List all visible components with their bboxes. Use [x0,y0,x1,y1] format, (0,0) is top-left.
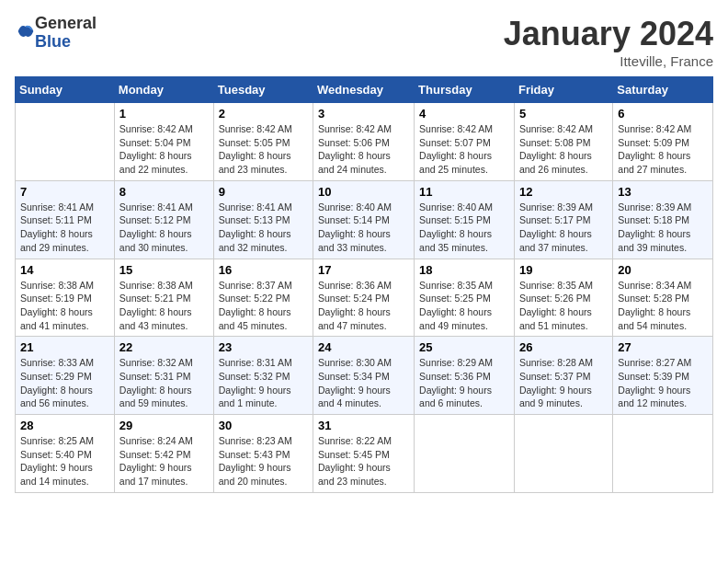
header-friday: Friday [514,77,612,103]
day-number: 8 [119,185,209,199]
day-info: Sunrise: 8:36 AMSunset: 5:24 PMDaylight:… [318,279,409,333]
day-info: Sunrise: 8:40 AMSunset: 5:14 PMDaylight:… [318,201,409,255]
day-cell: 5Sunrise: 8:42 AMSunset: 5:08 PMDaylight… [514,103,612,181]
day-number: 2 [219,107,308,121]
day-cell: 10Sunrise: 8:40 AMSunset: 5:14 PMDayligh… [313,180,415,259]
subtitle: Itteville, France [504,53,713,69]
day-cell: 17Sunrise: 8:36 AMSunset: 5:24 PMDayligh… [313,259,415,337]
day-cell: 1Sunrise: 8:42 AMSunset: 5:04 PMDaylight… [114,103,213,181]
day-cell: 16Sunrise: 8:37 AMSunset: 5:22 PMDayligh… [213,259,313,337]
day-number: 6 [618,107,708,121]
day-info: Sunrise: 8:41 AMSunset: 5:12 PMDaylight:… [119,201,209,255]
day-number: 4 [419,107,509,121]
day-info: Sunrise: 8:41 AMSunset: 5:11 PMDaylight:… [20,201,109,255]
day-cell: 22Sunrise: 8:32 AMSunset: 5:31 PMDayligh… [114,337,213,415]
day-cell: 6Sunrise: 8:42 AMSunset: 5:09 PMDaylight… [613,103,713,181]
day-info: Sunrise: 8:37 AMSunset: 5:22 PMDaylight:… [219,279,308,333]
page-header: General Blue January 2024 Itteville, Fra… [15,15,713,69]
day-info: Sunrise: 8:42 AMSunset: 5:05 PMDaylight:… [219,122,308,177]
day-info: Sunrise: 8:22 AMSunset: 5:45 PMDaylight:… [318,434,409,488]
header-tuesday: Tuesday [213,77,313,103]
day-info: Sunrise: 8:24 AMSunset: 5:42 PMDaylight:… [119,434,209,488]
header-sunday: Sunday [16,77,115,103]
day-number: 5 [519,107,608,121]
day-cell: 11Sunrise: 8:40 AMSunset: 5:15 PMDayligh… [415,180,515,259]
day-cell: 28Sunrise: 8:25 AMSunset: 5:40 PMDayligh… [16,415,115,493]
day-number: 15 [119,263,209,277]
day-cell [415,415,515,493]
day-cell: 19Sunrise: 8:35 AMSunset: 5:26 PMDayligh… [514,259,612,337]
day-info: Sunrise: 8:31 AMSunset: 5:32 PMDaylight:… [219,356,308,410]
logo-blue-text: Blue [35,32,71,51]
day-cell [613,415,713,493]
week-row-4: 28Sunrise: 8:25 AMSunset: 5:40 PMDayligh… [16,415,713,493]
day-number: 24 [318,340,409,354]
header-saturday: Saturday [613,77,713,103]
week-row-0: 1Sunrise: 8:42 AMSunset: 5:04 PMDaylight… [16,103,713,181]
header-thursday: Thursday [415,77,515,103]
day-cell: 24Sunrise: 8:30 AMSunset: 5:34 PMDayligh… [313,337,415,415]
day-number: 27 [618,340,708,354]
day-cell: 12Sunrise: 8:39 AMSunset: 5:17 PMDayligh… [514,180,612,259]
day-info: Sunrise: 8:38 AMSunset: 5:19 PMDaylight:… [20,279,109,333]
day-info: Sunrise: 8:42 AMSunset: 5:07 PMDaylight:… [419,122,509,177]
day-info: Sunrise: 8:42 AMSunset: 5:04 PMDaylight:… [119,122,209,177]
day-info: Sunrise: 8:32 AMSunset: 5:31 PMDaylight:… [119,356,209,410]
day-info: Sunrise: 8:38 AMSunset: 5:21 PMDaylight:… [119,279,209,333]
day-number: 26 [519,340,608,354]
day-cell: 3Sunrise: 8:42 AMSunset: 5:06 PMDaylight… [313,103,415,181]
day-cell: 31Sunrise: 8:22 AMSunset: 5:45 PMDayligh… [313,415,415,493]
day-number: 28 [20,419,109,432]
day-info: Sunrise: 8:42 AMSunset: 5:09 PMDaylight:… [618,122,708,177]
week-row-2: 14Sunrise: 8:38 AMSunset: 5:19 PMDayligh… [16,259,713,337]
day-number: 13 [618,185,708,199]
day-cell: 20Sunrise: 8:34 AMSunset: 5:28 PMDayligh… [613,259,713,337]
day-number: 12 [519,185,608,199]
day-cell: 26Sunrise: 8:28 AMSunset: 5:37 PMDayligh… [514,337,612,415]
day-cell: 25Sunrise: 8:29 AMSunset: 5:36 PMDayligh… [415,337,515,415]
day-info: Sunrise: 8:39 AMSunset: 5:17 PMDaylight:… [519,201,608,255]
day-info: Sunrise: 8:34 AMSunset: 5:28 PMDaylight:… [618,279,708,333]
day-info: Sunrise: 8:42 AMSunset: 5:08 PMDaylight:… [519,122,608,177]
day-number: 25 [419,340,509,354]
day-number: 7 [20,185,109,199]
day-info: Sunrise: 8:23 AMSunset: 5:43 PMDaylight:… [219,434,308,488]
day-cell: 18Sunrise: 8:35 AMSunset: 5:25 PMDayligh… [415,259,515,337]
logo-general-text: General [35,14,97,32]
day-number: 31 [318,419,409,432]
header-row: SundayMondayTuesdayWednesdayThursdayFrid… [16,77,713,103]
day-number: 3 [318,107,409,121]
title-block: January 2024 Itteville, France [504,15,713,69]
day-cell [16,103,115,181]
day-cell: 30Sunrise: 8:23 AMSunset: 5:43 PMDayligh… [213,415,313,493]
day-number: 29 [119,419,209,432]
header-wednesday: Wednesday [313,77,415,103]
day-cell: 23Sunrise: 8:31 AMSunset: 5:32 PMDayligh… [213,337,313,415]
day-cell: 14Sunrise: 8:38 AMSunset: 5:19 PMDayligh… [16,259,115,337]
day-number: 23 [219,340,308,354]
calendar-table: SundayMondayTuesdayWednesdayThursdayFrid… [15,76,713,493]
day-number: 16 [219,263,308,277]
day-cell: 2Sunrise: 8:42 AMSunset: 5:05 PMDaylight… [213,103,313,181]
day-info: Sunrise: 8:33 AMSunset: 5:29 PMDaylight:… [20,356,109,410]
day-cell: 27Sunrise: 8:27 AMSunset: 5:39 PMDayligh… [613,337,713,415]
day-cell: 8Sunrise: 8:41 AMSunset: 5:12 PMDaylight… [114,180,213,259]
day-info: Sunrise: 8:29 AMSunset: 5:36 PMDaylight:… [419,356,509,410]
day-number: 21 [20,340,109,354]
day-cell: 9Sunrise: 8:41 AMSunset: 5:13 PMDaylight… [213,180,313,259]
day-number: 14 [20,263,109,277]
day-info: Sunrise: 8:30 AMSunset: 5:34 PMDaylight:… [318,356,409,410]
day-cell: 15Sunrise: 8:38 AMSunset: 5:21 PMDayligh… [114,259,213,337]
day-info: Sunrise: 8:25 AMSunset: 5:40 PMDaylight:… [20,434,109,488]
day-number: 10 [318,185,409,199]
day-cell [514,415,612,493]
day-info: Sunrise: 8:39 AMSunset: 5:18 PMDaylight:… [618,201,708,255]
week-row-3: 21Sunrise: 8:33 AMSunset: 5:29 PMDayligh… [16,337,713,415]
day-number: 11 [419,185,509,199]
day-info: Sunrise: 8:40 AMSunset: 5:15 PMDaylight:… [419,201,509,255]
week-row-1: 7Sunrise: 8:41 AMSunset: 5:11 PMDaylight… [16,180,713,259]
day-info: Sunrise: 8:35 AMSunset: 5:25 PMDaylight:… [419,279,509,333]
day-number: 18 [419,263,509,277]
day-number: 17 [318,263,409,277]
day-cell: 4Sunrise: 8:42 AMSunset: 5:07 PMDaylight… [415,103,515,181]
